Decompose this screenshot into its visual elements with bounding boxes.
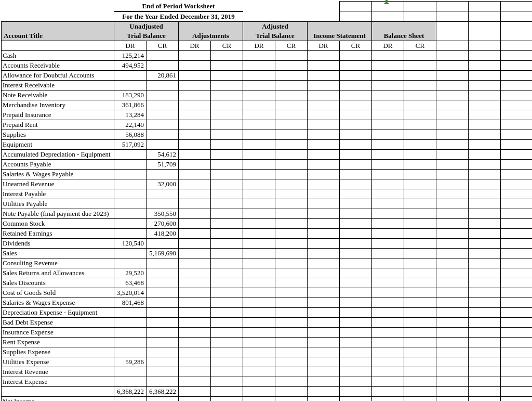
account-title-cell: Utilities Payable	[2, 199, 114, 209]
table-row: Unearned Revenue32,000	[2, 179, 533, 189]
utb-dr-cell: 517,092	[114, 139, 147, 149]
utb-cr-cell	[147, 199, 179, 209]
column-header-balance-sheet: Balance Sheet	[372, 21, 436, 41]
table-row: Salaries & Wages Expense801,468	[2, 297, 533, 307]
account-title-cell: Unearned Revenue	[2, 179, 114, 189]
account-title-cell: Interest Receivable	[2, 80, 114, 90]
table-row: Dividends120,540	[2, 238, 533, 248]
account-title-cell: Retained Earnings	[2, 228, 114, 238]
utb-cr-cell	[147, 100, 179, 110]
utb-cr-cell	[147, 189, 179, 199]
column-subheader-cr: CR	[404, 41, 436, 50]
utb-cr-cell	[147, 120, 179, 130]
table-row: Interest Expense	[2, 377, 533, 386]
utb-cr-cell	[147, 110, 179, 120]
account-title-cell: Interest Expense	[2, 377, 114, 386]
account-title-cell: Accumulated Depreciation - Equipment	[2, 149, 114, 159]
account-title-cell: Sales Discounts	[2, 278, 114, 288]
utb-cr-cell: 350,550	[147, 209, 179, 218]
net-income-label: Net Income	[2, 396, 114, 401]
table-row: Sales Returns and Allowances29,520	[2, 268, 533, 278]
utb-dr-cell: 59,286	[114, 357, 147, 367]
utb-cr-cell: 54,612	[147, 149, 179, 159]
account-title-cell: Sales	[2, 248, 114, 258]
total-utb-dr: 6,368,222	[114, 386, 147, 396]
utb-dr-cell	[114, 159, 147, 169]
table-row: Insurance Expense	[2, 327, 533, 337]
column-header-income-statement: Income Statement	[308, 21, 372, 41]
utb-dr-cell: 494,952	[114, 60, 147, 70]
utb-dr-cell	[114, 337, 147, 347]
account-title-cell: Accounts Receivable	[2, 60, 114, 70]
utb-cr-cell	[147, 297, 179, 307]
column-header-trial-balance-2: Trial Balance	[243, 31, 308, 41]
worksheet-subtitle: For the Year Ended December 31, 2019	[122, 12, 235, 20]
utb-dr-cell	[114, 149, 147, 159]
account-title-cell: Utilities Expense	[2, 357, 114, 367]
column-header-unadjusted: Unadjusted	[114, 21, 179, 31]
utb-cr-cell	[147, 258, 179, 268]
column-subheader-dr: DR	[114, 41, 147, 50]
table-row: Prepaid Rent22,140	[2, 120, 533, 130]
account-title-cell: Merchandise Inventory	[2, 100, 114, 110]
account-title-cell: Consulting Revenue	[2, 258, 114, 268]
utb-cr-cell: 20,861	[147, 70, 179, 80]
table-row: Consulting Revenue	[2, 258, 533, 268]
utb-cr-cell	[147, 367, 179, 377]
table-row: Salaries & Wages Payable	[2, 169, 533, 179]
utb-cr-cell: 5,169,690	[147, 248, 179, 258]
utb-cr-cell	[147, 327, 179, 337]
utb-dr-cell	[114, 70, 147, 80]
utb-cr-cell	[147, 80, 179, 90]
utb-cr-cell	[147, 139, 179, 149]
table-row: Supplies Expense	[2, 347, 533, 357]
utb-cr-cell	[147, 90, 179, 100]
account-title-cell: Dividends	[2, 238, 114, 248]
utb-cr-cell	[147, 337, 179, 347]
utb-dr-cell	[114, 367, 147, 377]
utb-dr-cell	[114, 317, 147, 327]
utb-dr-cell: 120,540	[114, 238, 147, 248]
utb-cr-cell	[147, 130, 179, 139]
table-row: Sales Discounts63,468	[2, 278, 533, 288]
utb-cr-cell	[147, 278, 179, 288]
utb-cr-cell	[147, 317, 179, 327]
account-title-cell: Interest Revenue	[2, 367, 114, 377]
account-title-cell: Cash	[2, 50, 114, 60]
utb-cr-cell	[147, 347, 179, 357]
utb-dr-cell	[114, 248, 147, 258]
account-title-cell: Depreciation Expense - Equipment	[2, 307, 114, 317]
table-row: Allowance for Doubtful Accounts20,861	[2, 70, 533, 80]
column-subheader-cr: CR	[340, 41, 372, 50]
utb-dr-cell: 361,866	[114, 100, 147, 110]
utb-cr-cell	[147, 238, 179, 248]
utb-dr-cell: 22,140	[114, 120, 147, 130]
account-title-cell: Rent Expense	[2, 337, 114, 347]
column-header-adjustments: Adjustments	[179, 21, 243, 41]
table-row: Common Stock270,600	[2, 218, 533, 228]
table-row: Supplies56,088	[2, 130, 533, 139]
table-row: Utilities Payable	[2, 199, 533, 209]
utb-cr-cell	[147, 60, 179, 70]
account-title-cell: Sales Returns and Allowances	[2, 268, 114, 278]
table-row: Note Payable (final payment due 2023)350…	[2, 209, 533, 218]
table-row: Bad Debt Expense	[2, 317, 533, 327]
account-title-cell: Prepaid Rent	[2, 120, 114, 130]
utb-dr-cell: 183,290	[114, 90, 147, 100]
utb-dr-cell	[114, 189, 147, 199]
table-row: Note Receivable183,290	[2, 90, 533, 100]
utb-dr-cell	[114, 327, 147, 337]
account-title-cell: Note Receivable	[2, 90, 114, 100]
utb-cr-cell	[147, 357, 179, 367]
worksheet-title: End of Period Worksheet	[142, 2, 215, 10]
utb-dr-cell	[114, 209, 147, 218]
column-header-trial-balance-1: Trial Balance	[114, 31, 179, 41]
table-row: Merchandise Inventory361,866	[2, 100, 533, 110]
account-title-cell: Salaries & Wages Payable	[2, 169, 114, 179]
utb-cr-cell	[147, 268, 179, 278]
table-row: Interest Receivable	[2, 80, 533, 90]
account-title-cell: Insurance Expense	[2, 327, 114, 337]
column-subheader-dr: DR	[308, 41, 340, 50]
table-row: Accounts Payable51,709	[2, 159, 533, 169]
table-row: Retained Earnings418,200	[2, 228, 533, 238]
